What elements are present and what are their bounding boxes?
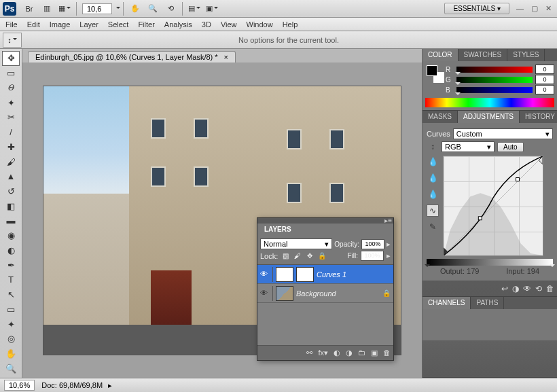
zoom-icon[interactable]: 🔍 [145, 2, 160, 16]
tab-channels[interactable]: CHANNELS [423, 297, 471, 309]
tab-adjustments[interactable]: ADJUSTMENTS [458, 111, 520, 123]
layer-row[interactable]: 👁 ∿ Curves 1 [257, 265, 393, 284]
3d-tool-icon[interactable]: ✦ [2, 317, 20, 332]
green-slider[interactable] [456, 77, 533, 83]
healing-tool-icon[interactable]: ✚ [2, 139, 20, 154]
move-tool-icon[interactable]: ✥ [2, 51, 20, 66]
current-tool-icon[interactable]: ↕ [3, 33, 22, 48]
lock-all-icon[interactable]: 🔒 [317, 251, 327, 261]
menu-select[interactable]: Select [108, 20, 129, 29]
hand-tool-icon[interactable]: ✋ [2, 346, 20, 361]
blur-tool-icon[interactable]: ◉ [2, 228, 20, 243]
foreground-background-swatch[interactable] [427, 65, 444, 83]
close-tab-icon[interactable]: × [223, 53, 228, 61]
rotate-view-icon[interactable]: ⟲ [163, 2, 178, 16]
eraser-tool-icon[interactable]: ◧ [2, 198, 20, 213]
menu-image[interactable]: Image [50, 20, 71, 29]
quick-select-tool-icon[interactable]: ✦ [2, 95, 20, 110]
marquee-tool-icon[interactable]: ▭ [2, 66, 20, 81]
blue-slider[interactable] [456, 87, 533, 93]
menu-layer[interactable]: Layer [79, 20, 98, 29]
eyedropper-white-icon[interactable]: 💧 [427, 188, 439, 200]
lock-position-icon[interactable]: ✥ [305, 251, 315, 261]
path-select-tool-icon[interactable]: ↖ [2, 287, 20, 302]
tab-paths[interactable]: PATHS [471, 297, 504, 309]
red-slider[interactable] [456, 67, 533, 73]
view-previous-icon[interactable]: 👁 [523, 284, 531, 293]
layer-row[interactable]: 👁 Background 🔒 [257, 284, 393, 303]
window-controls[interactable]: — ▢ ✕ [516, 4, 554, 13]
tab-color[interactable]: COLOR [423, 49, 459, 61]
curve-point-tool-icon[interactable]: ∿ [427, 204, 439, 217]
delete-adj-icon[interactable]: 🗑 [546, 284, 554, 293]
menu-file[interactable]: File [5, 20, 18, 29]
curve-draw-tool-icon[interactable]: ✎ [427, 221, 439, 233]
fill-value[interactable]: 100% [361, 251, 384, 261]
eyedropper-gray-icon[interactable]: 💧 [427, 172, 439, 184]
status-zoom[interactable]: 10,6% [4, 380, 35, 391]
curves-graph[interactable] [443, 156, 543, 256]
target-adjust-icon[interactable]: ↕ [427, 141, 439, 153]
arrange-docs-icon[interactable]: ▤ [187, 2, 202, 16]
spectrum-picker[interactable] [425, 98, 554, 107]
link-layers-icon[interactable]: ⚯ [306, 349, 312, 357]
eyedropper-black-icon[interactable]: 💧 [427, 156, 439, 168]
gradient-tool-icon[interactable]: ▬ [2, 213, 20, 228]
opacity-slider-icon[interactable]: ▸ [387, 240, 391, 249]
eyedropper-tool-icon[interactable]: / [2, 125, 20, 140]
pen-tool-icon[interactable]: ✒ [2, 257, 20, 272]
new-adjustment-icon[interactable]: ◑ [346, 349, 353, 357]
curves-preset-select[interactable]: Custom▾ [453, 128, 553, 139]
auto-button[interactable]: Auto [497, 142, 524, 152]
input-ramp[interactable] [427, 259, 553, 266]
panel-menu-icon[interactable]: ▸≡ [384, 217, 392, 224]
adjustment-thumb-icon[interactable]: ∿ [276, 267, 293, 282]
document-tab[interactable]: Edinburgh_05.jpg @ 10,6% (Curves 1, Laye… [28, 51, 236, 63]
bridge-icon[interactable]: Br [22, 2, 37, 16]
layer-name[interactable]: Background [296, 289, 336, 298]
new-group-icon[interactable]: 🗀 [358, 349, 365, 357]
layer-style-icon[interactable]: fx▾ [318, 349, 328, 357]
return-icon[interactable]: ↩ [501, 284, 508, 293]
green-value[interactable]: 0 [535, 75, 554, 84]
history-brush-tool-icon[interactable]: ↺ [2, 184, 20, 199]
mask-thumb-icon[interactable] [296, 267, 314, 282]
layer-name[interactable]: Curves 1 [317, 270, 346, 279]
tab-masks[interactable]: MASKS [423, 111, 458, 123]
screen-mode-icon[interactable]: ▣ [204, 2, 219, 16]
visibility-icon[interactable]: 👁 [260, 270, 270, 279]
channel-select[interactable]: RGB▾ [442, 141, 495, 152]
lock-pixels-icon[interactable]: 🖌 [293, 251, 302, 261]
tab-layers[interactable]: LAYERS [257, 224, 298, 235]
zoom-tool-icon[interactable]: 🔍 [2, 361, 20, 376]
3d-camera-tool-icon[interactable]: ◎ [2, 332, 20, 346]
opacity-value[interactable]: 100% [361, 239, 384, 249]
tab-history[interactable]: HISTORY [520, 111, 557, 123]
menu-3d[interactable]: 3D [202, 20, 211, 29]
status-menu-icon[interactable]: ▸ [108, 381, 112, 390]
layer-thumb-icon[interactable] [276, 286, 293, 301]
tab-styles[interactable]: STYLES [507, 49, 545, 61]
add-mask-icon[interactable]: ◐ [334, 349, 340, 357]
zoom-value[interactable]: 10,6 [82, 3, 112, 14]
crop-tool-icon[interactable]: ✂ [2, 110, 20, 125]
delete-layer-icon[interactable]: 🗑 [383, 349, 391, 357]
type-tool-icon[interactable]: T [2, 272, 20, 287]
view-extras-icon[interactable]: ▦ [57, 2, 72, 16]
menu-edit[interactable]: Edit [27, 20, 40, 29]
tab-swatches[interactable]: SWATCHES [459, 49, 508, 61]
menu-view[interactable]: View [221, 20, 237, 29]
menu-help[interactable]: Help [283, 20, 298, 29]
hand-icon[interactable]: ✋ [128, 2, 143, 16]
mini-bridge-icon[interactable]: ▥ [39, 2, 54, 16]
menu-analysis[interactable]: Analysis [164, 20, 192, 29]
fill-slider-icon[interactable]: ▸ [387, 251, 391, 260]
lock-transparency-icon[interactable]: ▧ [281, 251, 290, 261]
red-value[interactable]: 0 [535, 65, 554, 74]
brush-tool-icon[interactable]: 🖌 [2, 154, 20, 169]
menu-filter[interactable]: Filter [138, 20, 154, 29]
shape-tool-icon[interactable]: ▭ [2, 302, 20, 317]
menu-window[interactable]: Window [247, 20, 273, 29]
reset-icon[interactable]: ⟲ [535, 284, 542, 293]
stamp-tool-icon[interactable]: ▲ [2, 169, 20, 184]
